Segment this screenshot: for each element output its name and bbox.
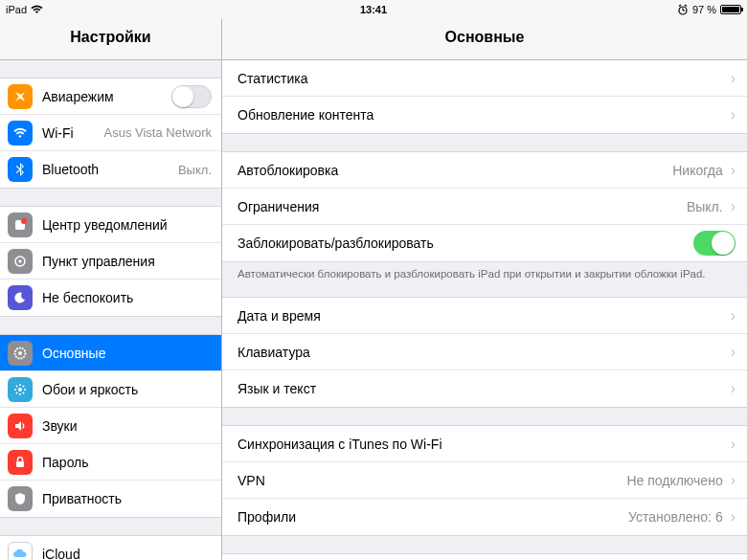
detail-group: Дата и время › Клавиатура › Язык и текст… — [222, 297, 747, 408]
row-language[interactable]: Язык и текст › — [222, 370, 747, 407]
row-label: Профили — [238, 509, 628, 525]
svg-line-19 — [23, 385, 24, 386]
row-label: VPN — [238, 473, 626, 488]
notifications-icon — [8, 213, 33, 237]
row-value: Никогда — [672, 163, 722, 178]
sidebar-item-value: Asus Vista Network — [104, 125, 212, 140]
sidebar-item-value: Выкл. — [178, 163, 212, 177]
sidebar-group: Центр уведомлений Пункт управления Не бе… — [0, 206, 221, 317]
wifi-icon — [8, 121, 33, 146]
sidebar-item-label: Приватность — [42, 491, 212, 506]
sidebar-item-wallpaper[interactable]: Обои и яркость — [0, 371, 221, 408]
sidebar-item-label: Основные — [42, 346, 212, 361]
row-itunes-wifi-sync[interactable]: Синхронизация с iTunes по Wi-Fi › — [222, 426, 747, 462]
gear-icon — [8, 341, 33, 366]
sidebar-item-general[interactable]: Основные — [0, 335, 221, 371]
row-label: Ограничения — [238, 199, 687, 214]
sidebar-item-label: Центр уведомлений — [42, 217, 212, 233]
control-center-icon — [8, 249, 33, 274]
chevron-right-icon: › — [731, 70, 736, 87]
detail-pane: Основные Статистика › Обновление контент… — [222, 19, 747, 560]
sidebar-item-icloud[interactable]: iCloud — [0, 536, 221, 560]
svg-line-3 — [679, 5, 681, 7]
svg-rect-20 — [16, 461, 24, 467]
bluetooth-icon — [8, 157, 33, 182]
chevron-right-icon: › — [731, 106, 736, 123]
chevron-right-icon: › — [731, 508, 736, 526]
sidebar-item-label: Wi-Fi — [42, 125, 99, 141]
battery-text: 97 % — [692, 4, 716, 15]
row-autolock[interactable]: Автоблокировка Никогда › — [222, 152, 747, 189]
sidebar-item-label: Авиарежим — [42, 89, 171, 104]
sounds-icon — [8, 414, 33, 438]
sidebar-group: iCloud Почта, адреса, календари — [0, 535, 221, 560]
sidebar-item-dnd[interactable]: Не беспокоить — [0, 280, 221, 316]
row-label: Синхронизация с iTunes по Wi-Fi — [238, 437, 731, 452]
row-label: Статистика — [238, 71, 731, 86]
chevron-right-icon: › — [731, 162, 736, 179]
sidebar-item-passcode[interactable]: Пароль — [0, 444, 221, 481]
row-background-refresh[interactable]: Обновление контента › — [222, 97, 747, 133]
row-label: Обновление контента — [238, 107, 731, 123]
chevron-right-icon: › — [731, 198, 736, 215]
svg-point-11 — [18, 388, 22, 392]
sidebar-item-controlcenter[interactable]: Пункт управления — [0, 243, 221, 280]
row-vpn[interactable]: VPN Не подключено › — [222, 462, 747, 499]
chevron-right-icon: › — [731, 307, 736, 325]
sidebar-item-label: Звуки — [42, 418, 212, 434]
row-label: Заблокировать/разблокировать — [238, 235, 693, 251]
row-label: Клавиатура — [238, 345, 731, 360]
row-value: Установлено: 6 — [628, 509, 723, 525]
sidebar-item-label: Обои и яркость — [42, 382, 212, 397]
row-value: Выкл. — [687, 199, 723, 214]
row-label: Дата и время — [238, 308, 731, 324]
detail-group: Синхронизация с iTunes по Wi-Fi › VPN Не… — [222, 425, 747, 536]
lock-unlock-switch[interactable] — [693, 231, 736, 256]
battery-icon — [720, 5, 741, 14]
chevron-right-icon: › — [731, 436, 736, 453]
svg-line-18 — [16, 392, 17, 392]
row-statistics[interactable]: Статистика › — [222, 60, 747, 97]
row-value: Не подключено — [626, 473, 722, 488]
row-date-time[interactable]: Дата и время › — [222, 298, 747, 334]
row-keyboard[interactable]: Клавиатура › — [222, 334, 747, 370]
wallpaper-icon — [8, 377, 33, 402]
row-restrictions[interactable]: Ограничения Выкл. › — [222, 189, 747, 225]
wifi-icon — [31, 5, 43, 14]
sidebar-item-wifi[interactable]: Wi-Fi Asus Vista Network — [0, 115, 221, 151]
sidebar-group: Авиарежим Wi-Fi Asus Vista Network Bluet… — [0, 78, 221, 189]
sidebar-item-notifications[interactable]: Центр уведомлений — [0, 207, 221, 243]
detail-title: Основные — [222, 19, 747, 60]
svg-point-10 — [18, 351, 22, 355]
airplane-icon — [8, 84, 33, 109]
svg-line-17 — [23, 392, 24, 392]
device-label: iPad — [6, 4, 27, 15]
sidebar-title: Настройки — [0, 19, 221, 60]
sidebar-item-label: Не беспокоить — [42, 290, 212, 305]
svg-point-6 — [21, 218, 27, 224]
row-label: Язык и текст — [238, 381, 731, 396]
chevron-right-icon: › — [731, 472, 736, 489]
chevron-right-icon: › — [731, 344, 736, 361]
row-reset[interactable]: Сброс › — [222, 554, 747, 560]
airplane-switch[interactable] — [171, 85, 212, 108]
detail-group: Статистика › Обновление контента › — [222, 60, 747, 134]
detail-group: Сброс › — [222, 553, 747, 560]
sidebar-item-label: Пункт управления — [42, 254, 212, 269]
sidebar-item-label: Пароль — [42, 455, 212, 470]
svg-line-16 — [16, 385, 17, 386]
sidebar-item-sounds[interactable]: Звуки — [0, 408, 221, 444]
sidebar-item-airplane[interactable]: Авиарежим — [0, 78, 221, 115]
svg-line-4 — [685, 5, 687, 7]
lock-icon — [8, 450, 33, 475]
privacy-icon — [8, 486, 33, 511]
row-profiles[interactable]: Профили Установлено: 6 › — [222, 499, 747, 535]
sidebar-item-privacy[interactable]: Приватность — [0, 481, 221, 517]
detail-group: Автоблокировка Никогда › Ограничения Вык… — [222, 151, 747, 262]
status-time: 13:41 — [360, 4, 387, 15]
sidebar-item-label: Bluetooth — [42, 162, 172, 177]
group-footer: Автоматически блокировать и разблокирова… — [222, 262, 747, 280]
row-lock-unlock[interactable]: Заблокировать/разблокировать — [222, 225, 747, 261]
sidebar-item-bluetooth[interactable]: Bluetooth Выкл. — [0, 151, 221, 188]
status-bar: iPad 13:41 97 % — [0, 0, 747, 19]
